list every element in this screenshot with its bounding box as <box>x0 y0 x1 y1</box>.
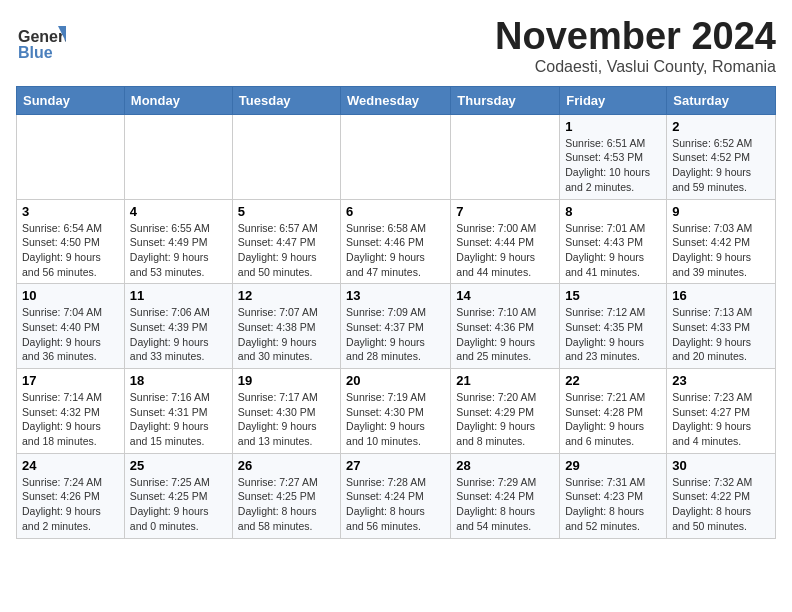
day-number: 27 <box>346 458 445 473</box>
day-detail: Sunrise: 7:20 AM Sunset: 4:29 PM Dayligh… <box>456 390 554 449</box>
day-cell <box>232 114 340 199</box>
day-cell: 24Sunrise: 7:24 AM Sunset: 4:26 PM Dayli… <box>17 453 125 538</box>
day-detail: Sunrise: 7:28 AM Sunset: 4:24 PM Dayligh… <box>346 475 445 534</box>
day-cell: 1Sunrise: 6:51 AM Sunset: 4:53 PM Daylig… <box>560 114 667 199</box>
day-detail: Sunrise: 7:00 AM Sunset: 4:44 PM Dayligh… <box>456 221 554 280</box>
day-cell: 5Sunrise: 6:57 AM Sunset: 4:47 PM Daylig… <box>232 199 340 284</box>
day-cell: 13Sunrise: 7:09 AM Sunset: 4:37 PM Dayli… <box>341 284 451 369</box>
day-number: 8 <box>565 204 661 219</box>
day-detail: Sunrise: 7:17 AM Sunset: 4:30 PM Dayligh… <box>238 390 335 449</box>
day-detail: Sunrise: 7:09 AM Sunset: 4:37 PM Dayligh… <box>346 305 445 364</box>
day-cell: 6Sunrise: 6:58 AM Sunset: 4:46 PM Daylig… <box>341 199 451 284</box>
weekday-header-friday: Friday <box>560 86 667 114</box>
day-number: 14 <box>456 288 554 303</box>
location-title: Codaesti, Vaslui County, Romania <box>495 58 776 76</box>
day-cell: 16Sunrise: 7:13 AM Sunset: 4:33 PM Dayli… <box>667 284 776 369</box>
day-cell <box>341 114 451 199</box>
day-detail: Sunrise: 7:21 AM Sunset: 4:28 PM Dayligh… <box>565 390 661 449</box>
day-detail: Sunrise: 7:01 AM Sunset: 4:43 PM Dayligh… <box>565 221 661 280</box>
day-cell: 17Sunrise: 7:14 AM Sunset: 4:32 PM Dayli… <box>17 369 125 454</box>
day-detail: Sunrise: 6:55 AM Sunset: 4:49 PM Dayligh… <box>130 221 227 280</box>
calendar-body: 1Sunrise: 6:51 AM Sunset: 4:53 PM Daylig… <box>17 114 776 538</box>
title-area: November 2024 Codaesti, Vaslui County, R… <box>495 16 776 76</box>
day-cell: 15Sunrise: 7:12 AM Sunset: 4:35 PM Dayli… <box>560 284 667 369</box>
svg-text:Blue: Blue <box>18 44 53 61</box>
day-number: 19 <box>238 373 335 388</box>
day-cell: 9Sunrise: 7:03 AM Sunset: 4:42 PM Daylig… <box>667 199 776 284</box>
day-cell <box>17 114 125 199</box>
day-detail: Sunrise: 7:29 AM Sunset: 4:24 PM Dayligh… <box>456 475 554 534</box>
day-cell <box>451 114 560 199</box>
day-number: 5 <box>238 204 335 219</box>
day-detail: Sunrise: 7:07 AM Sunset: 4:38 PM Dayligh… <box>238 305 335 364</box>
day-number: 16 <box>672 288 770 303</box>
day-cell: 3Sunrise: 6:54 AM Sunset: 4:50 PM Daylig… <box>17 199 125 284</box>
day-cell: 28Sunrise: 7:29 AM Sunset: 4:24 PM Dayli… <box>451 453 560 538</box>
day-cell: 2Sunrise: 6:52 AM Sunset: 4:52 PM Daylig… <box>667 114 776 199</box>
day-cell: 29Sunrise: 7:31 AM Sunset: 4:23 PM Dayli… <box>560 453 667 538</box>
weekday-header-row: SundayMondayTuesdayWednesdayThursdayFrid… <box>17 86 776 114</box>
day-number: 18 <box>130 373 227 388</box>
day-detail: Sunrise: 7:32 AM Sunset: 4:22 PM Dayligh… <box>672 475 770 534</box>
day-number: 4 <box>130 204 227 219</box>
day-detail: Sunrise: 7:16 AM Sunset: 4:31 PM Dayligh… <box>130 390 227 449</box>
day-detail: Sunrise: 6:51 AM Sunset: 4:53 PM Dayligh… <box>565 136 661 195</box>
day-number: 11 <box>130 288 227 303</box>
day-detail: Sunrise: 6:54 AM Sunset: 4:50 PM Dayligh… <box>22 221 119 280</box>
day-number: 25 <box>130 458 227 473</box>
day-number: 15 <box>565 288 661 303</box>
day-cell: 7Sunrise: 7:00 AM Sunset: 4:44 PM Daylig… <box>451 199 560 284</box>
day-detail: Sunrise: 7:25 AM Sunset: 4:25 PM Dayligh… <box>130 475 227 534</box>
day-cell: 25Sunrise: 7:25 AM Sunset: 4:25 PM Dayli… <box>124 453 232 538</box>
day-number: 1 <box>565 119 661 134</box>
weekday-header-saturday: Saturday <box>667 86 776 114</box>
day-number: 23 <box>672 373 770 388</box>
day-number: 3 <box>22 204 119 219</box>
day-detail: Sunrise: 7:27 AM Sunset: 4:25 PM Dayligh… <box>238 475 335 534</box>
day-number: 2 <box>672 119 770 134</box>
day-detail: Sunrise: 7:23 AM Sunset: 4:27 PM Dayligh… <box>672 390 770 449</box>
day-cell: 12Sunrise: 7:07 AM Sunset: 4:38 PM Dayli… <box>232 284 340 369</box>
calendar-table: SundayMondayTuesdayWednesdayThursdayFrid… <box>16 86 776 539</box>
weekday-header-thursday: Thursday <box>451 86 560 114</box>
day-detail: Sunrise: 7:12 AM Sunset: 4:35 PM Dayligh… <box>565 305 661 364</box>
weekday-header-sunday: Sunday <box>17 86 125 114</box>
day-detail: Sunrise: 7:04 AM Sunset: 4:40 PM Dayligh… <box>22 305 119 364</box>
logo-icon: General Blue <box>16 16 66 66</box>
day-detail: Sunrise: 7:06 AM Sunset: 4:39 PM Dayligh… <box>130 305 227 364</box>
day-detail: Sunrise: 6:57 AM Sunset: 4:47 PM Dayligh… <box>238 221 335 280</box>
day-cell: 21Sunrise: 7:20 AM Sunset: 4:29 PM Dayli… <box>451 369 560 454</box>
weekday-header-wednesday: Wednesday <box>341 86 451 114</box>
day-detail: Sunrise: 6:58 AM Sunset: 4:46 PM Dayligh… <box>346 221 445 280</box>
day-number: 20 <box>346 373 445 388</box>
day-cell <box>124 114 232 199</box>
day-cell: 10Sunrise: 7:04 AM Sunset: 4:40 PM Dayli… <box>17 284 125 369</box>
day-detail: Sunrise: 7:03 AM Sunset: 4:42 PM Dayligh… <box>672 221 770 280</box>
day-cell: 23Sunrise: 7:23 AM Sunset: 4:27 PM Dayli… <box>667 369 776 454</box>
day-cell: 19Sunrise: 7:17 AM Sunset: 4:30 PM Dayli… <box>232 369 340 454</box>
day-cell: 14Sunrise: 7:10 AM Sunset: 4:36 PM Dayli… <box>451 284 560 369</box>
day-cell: 30Sunrise: 7:32 AM Sunset: 4:22 PM Dayli… <box>667 453 776 538</box>
weekday-header-monday: Monday <box>124 86 232 114</box>
day-number: 21 <box>456 373 554 388</box>
day-number: 29 <box>565 458 661 473</box>
day-number: 26 <box>238 458 335 473</box>
day-number: 22 <box>565 373 661 388</box>
week-row-3: 10Sunrise: 7:04 AM Sunset: 4:40 PM Dayli… <box>17 284 776 369</box>
day-number: 13 <box>346 288 445 303</box>
day-detail: Sunrise: 7:19 AM Sunset: 4:30 PM Dayligh… <box>346 390 445 449</box>
day-detail: Sunrise: 7:24 AM Sunset: 4:26 PM Dayligh… <box>22 475 119 534</box>
day-cell: 20Sunrise: 7:19 AM Sunset: 4:30 PM Dayli… <box>341 369 451 454</box>
week-row-1: 1Sunrise: 6:51 AM Sunset: 4:53 PM Daylig… <box>17 114 776 199</box>
day-cell: 18Sunrise: 7:16 AM Sunset: 4:31 PM Dayli… <box>124 369 232 454</box>
day-cell: 26Sunrise: 7:27 AM Sunset: 4:25 PM Dayli… <box>232 453 340 538</box>
day-detail: Sunrise: 7:10 AM Sunset: 4:36 PM Dayligh… <box>456 305 554 364</box>
day-number: 6 <box>346 204 445 219</box>
svg-text:General: General <box>18 28 66 45</box>
day-cell: 4Sunrise: 6:55 AM Sunset: 4:49 PM Daylig… <box>124 199 232 284</box>
day-number: 30 <box>672 458 770 473</box>
day-number: 24 <box>22 458 119 473</box>
week-row-4: 17Sunrise: 7:14 AM Sunset: 4:32 PM Dayli… <box>17 369 776 454</box>
day-number: 12 <box>238 288 335 303</box>
week-row-2: 3Sunrise: 6:54 AM Sunset: 4:50 PM Daylig… <box>17 199 776 284</box>
